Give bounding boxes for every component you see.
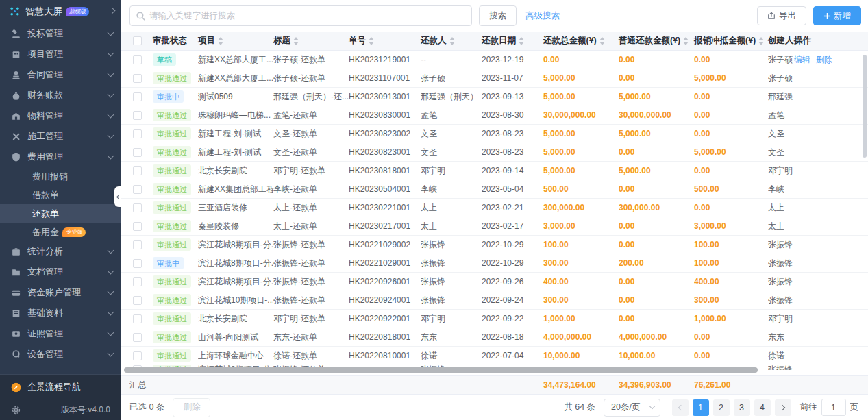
column-header-label: 还款人 [421, 35, 447, 47]
sidebar-item-smart-screen[interactable]: 智慧大屏 旗舰版 [0, 0, 121, 23]
cell-payer: 张振锋 [421, 276, 482, 288]
search-button[interactable]: 搜索 [479, 5, 517, 26]
cell-date: 2022-08-18 [482, 332, 543, 342]
sort-icon[interactable] [758, 37, 764, 45]
cell-date: 2022-09-26 [482, 277, 543, 286]
sidebar-item-label: 文档管理 [27, 266, 108, 278]
advanced-search-link[interactable]: 高级搜索 [525, 10, 560, 22]
cell-date: 2023-08-23 [482, 129, 543, 138]
next-page-button[interactable] [775, 399, 791, 416]
select-all-checkbox[interactable] [133, 36, 142, 45]
sort-icon[interactable] [519, 37, 524, 45]
sidebar-item-4[interactable]: 物料管理 [0, 106, 121, 126]
row-checkbox[interactable] [133, 203, 142, 212]
row-checkbox[interactable] [133, 166, 142, 175]
sidebar-item-flow-navigation[interactable]: 全景流程导航 [0, 375, 121, 399]
row-checkbox[interactable] [133, 240, 142, 249]
cell-payer: -- [421, 55, 482, 64]
row-checkbox[interactable] [133, 277, 142, 286]
column-header-label: 操作 [794, 35, 811, 47]
sidebar-item-1[interactable]: 项目管理 [0, 44, 121, 64]
export-button[interactable]: 导出 [757, 6, 806, 25]
row-checkbox[interactable] [133, 185, 142, 194]
add-button[interactable]: 新增 [813, 6, 861, 25]
sidebar-item-12[interactable]: 设备管理 [0, 344, 121, 365]
row-checkbox[interactable] [133, 148, 142, 157]
sidebar-item-8[interactable]: 文档管理 [0, 262, 121, 282]
row-checkbox[interactable] [133, 92, 142, 101]
prev-page-button[interactable] [672, 399, 689, 416]
export-icon [767, 12, 776, 20]
column-header-label: 标题 [273, 35, 290, 47]
page-button-2[interactable]: 2 [713, 399, 730, 416]
delete-button[interactable]: 删除 [173, 398, 210, 417]
vertical-scrollbar[interactable] [863, 55, 867, 158]
edit-link[interactable]: 编辑 [794, 55, 810, 64]
cell-payer: 太上 [421, 202, 482, 214]
sidebar-subitem-2[interactable]: 还款单 [0, 204, 121, 223]
sidebar-item-2[interactable]: 合同管理 [0, 64, 121, 85]
sidebar-item-9[interactable]: 资金账户管理 [0, 282, 121, 303]
cell-project: 三亚酒店装修 [198, 202, 273, 214]
cell-creator: 张振锋 [768, 365, 794, 370]
sidebar-item-6[interactable]: 费用管理 [0, 147, 121, 167]
table-row: 审批通过 三亚酒店装修 太上-还款单 HK20230221001 太上 2023… [121, 199, 868, 217]
row-checkbox[interactable] [133, 333, 142, 342]
cell-payer: 李峡 [421, 184, 482, 195]
sort-icon[interactable] [683, 37, 689, 45]
sidebar-subitem-3[interactable]: 备用金 专业版 [0, 223, 121, 241]
status-badge: 审批通过 [153, 294, 191, 306]
row-checkbox[interactable] [133, 111, 142, 120]
cell-project: 滨江花城10期项目-... [198, 295, 273, 306]
row-checkbox[interactable] [133, 351, 142, 360]
horizontal-scrollbar[interactable] [124, 367, 758, 373]
sidebar-item-11[interactable]: 证照管理 [0, 323, 121, 344]
row-checkbox[interactable] [133, 74, 142, 83]
sidebar-subitem-1[interactable]: 借款单 [0, 186, 121, 204]
cell-doc-no: HK20230913001 [349, 92, 421, 101]
sidebar-item-3[interactable]: 财务账款 [0, 85, 121, 106]
cell-offset-amount: 500.00 [694, 184, 768, 194]
page-size-select[interactable]: 20条/页 [604, 399, 660, 417]
row-checkbox[interactable] [133, 222, 142, 231]
page-button-3[interactable]: 3 [734, 399, 750, 416]
sidebar-item-5[interactable]: 施工管理 [0, 126, 121, 147]
column-header[interactable]: 标题 [273, 35, 349, 47]
cell-offset-amount: 0.00 [694, 203, 768, 212]
column-header[interactable]: 单号 [349, 35, 421, 47]
page-button-1[interactable]: 1 [693, 399, 709, 416]
row-checkbox[interactable] [133, 55, 142, 64]
cell-payer: 邓宇明 [421, 165, 482, 177]
row-checkbox[interactable] [133, 296, 142, 305]
cell-payer: 邢廷强（刑天） [421, 91, 482, 103]
sort-icon[interactable] [599, 37, 605, 45]
gear-icon[interactable] [11, 405, 21, 415]
sort-icon[interactable] [218, 37, 223, 45]
goto-page-input[interactable] [821, 399, 846, 416]
row-checkbox[interactable] [133, 314, 142, 323]
column-header[interactable]: 还款人 [421, 35, 482, 47]
sidebar-item-0[interactable]: 投标管理 [0, 23, 121, 44]
cell-normal-amount: 300,000.00 [619, 203, 694, 212]
column-header[interactable]: 项目 [198, 35, 273, 47]
delete-link[interactable]: 删除 [816, 55, 832, 64]
sort-icon[interactable] [449, 37, 455, 45]
page-button-4[interactable]: 4 [754, 399, 771, 416]
sidebar-subitem-0[interactable]: 费用报销 [0, 167, 121, 186]
row-checkbox[interactable] [133, 259, 142, 268]
sort-icon[interactable] [369, 37, 374, 45]
column-header[interactable]: 报销冲抵金额(¥) [694, 35, 768, 47]
sidebar-item-10[interactable]: 基础资料 [0, 303, 121, 323]
sort-icon[interactable] [293, 37, 299, 45]
cell-payer: 张振锋 [421, 295, 482, 306]
table-row: 审批通过 上海环球金融中心 徐诺-还款单 HK20220810001 徐诺 20… [121, 347, 868, 365]
sidebar-subitem-label: 借款单 [32, 189, 59, 201]
row-checkbox[interactable] [133, 129, 142, 138]
cell-doc-no: HK20230823001 [349, 147, 421, 157]
column-header[interactable]: 还款总金额(¥) [543, 35, 619, 47]
search-input[interactable] [129, 5, 472, 26]
table-row: 审批通过 新建XX集团总部工程 李峡-还款单 HK20230504001 李峡 … [121, 180, 868, 199]
column-header[interactable]: 还款日期 [482, 35, 543, 47]
sidebar-item-7[interactable]: 统计分析 [0, 241, 121, 262]
column-header[interactable]: 普通还款金额(¥) [619, 35, 694, 47]
